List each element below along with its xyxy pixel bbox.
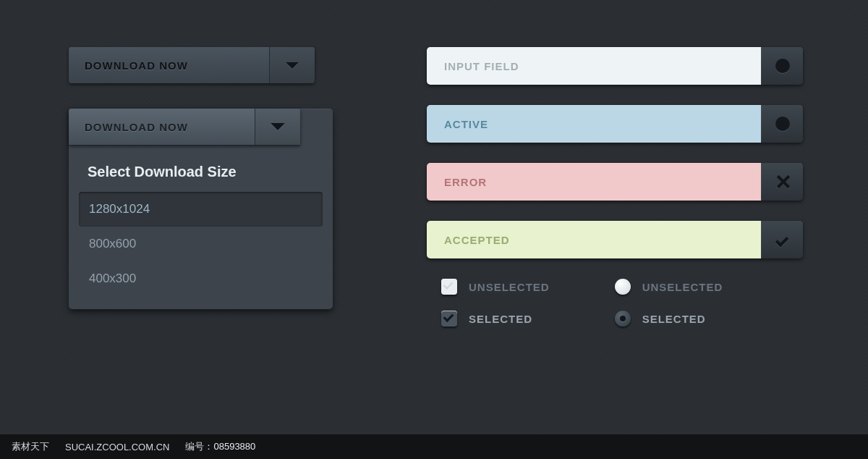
- input-default-label: INPUT FIELD: [427, 47, 761, 85]
- footer-url: SUCAI.ZCOOL.COM.CN: [65, 442, 169, 452]
- checkbox-checked-icon: [441, 311, 457, 327]
- dot-icon: [775, 117, 790, 131]
- dropdown-item-0[interactable]: 1280x1024: [79, 192, 323, 227]
- input-default-icon-slot[interactable]: [761, 47, 803, 85]
- checkbox-unselected[interactable]: UNSELECTED: [441, 279, 550, 295]
- input-error[interactable]: ERROR: [427, 163, 803, 201]
- check-icon: [775, 232, 791, 248]
- input-active-icon-slot[interactable]: [761, 105, 803, 143]
- radio-unselected-label: UNSELECTED: [642, 281, 723, 293]
- checkbox-unselected-label: UNSELECTED: [469, 281, 550, 293]
- chevron-down-icon: [286, 62, 299, 69]
- dot-icon: [775, 59, 790, 73]
- input-active[interactable]: ACTIVE: [427, 105, 803, 143]
- input-default[interactable]: INPUT FIELD: [427, 47, 803, 85]
- download-dropdown-panel: DOWNLOAD NOW Select Download Size 1280x1…: [69, 109, 333, 309]
- chevron-down-icon: [271, 123, 285, 130]
- download-button-2-caret[interactable]: [255, 109, 300, 145]
- radio-checked-icon: [615, 311, 631, 327]
- checkbox-icon: [441, 279, 457, 295]
- controls-group: UNSELECTED SELECTED UNSELECTED SELECTED: [427, 279, 803, 327]
- footer-bar: 素材天下 SUCAI.ZCOOL.COM.CN 编号：08593880: [0, 434, 868, 459]
- dropdown-header: Select Download Size: [69, 145, 333, 192]
- radio-unselected[interactable]: UNSELECTED: [615, 279, 723, 295]
- checkbox-selected[interactable]: SELECTED: [441, 311, 550, 327]
- checkbox-selected-label: SELECTED: [469, 313, 532, 325]
- radio-selected[interactable]: SELECTED: [615, 311, 723, 327]
- close-icon: [775, 174, 790, 189]
- input-accepted-label: ACCEPTED: [427, 221, 761, 258]
- radio-icon: [615, 279, 631, 295]
- radio-selected-label: SELECTED: [642, 313, 706, 325]
- input-accepted[interactable]: ACCEPTED: [427, 221, 803, 258]
- input-error-icon-slot[interactable]: [761, 163, 803, 201]
- input-error-label: ERROR: [427, 163, 761, 201]
- input-active-label: ACTIVE: [427, 105, 761, 143]
- download-button-1-caret[interactable]: [270, 47, 315, 83]
- download-button-1[interactable]: DOWNLOAD NOW: [69, 47, 315, 83]
- download-button-2-label: DOWNLOAD NOW: [69, 109, 255, 145]
- dropdown-item-1[interactable]: 800x600: [79, 227, 323, 261]
- input-accepted-icon-slot[interactable]: [761, 221, 803, 258]
- footer-site: 素材天下: [12, 440, 49, 453]
- footer-id: 08593880: [213, 441, 255, 452]
- dropdown-item-2[interactable]: 400x300: [79, 261, 323, 296]
- download-button-1-label: DOWNLOAD NOW: [69, 47, 270, 83]
- footer-id-label: 编号：: [185, 441, 213, 452]
- download-button-2[interactable]: DOWNLOAD NOW: [69, 109, 300, 145]
